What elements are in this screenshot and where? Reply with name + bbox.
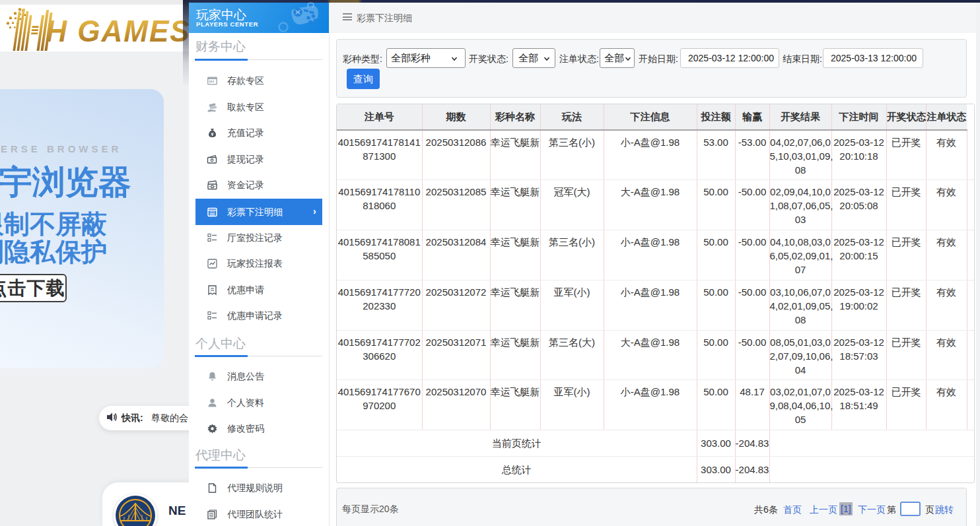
svg-text:H GAMES: H GAMES bbox=[46, 14, 190, 48]
svg-text:¥: ¥ bbox=[211, 132, 214, 137]
